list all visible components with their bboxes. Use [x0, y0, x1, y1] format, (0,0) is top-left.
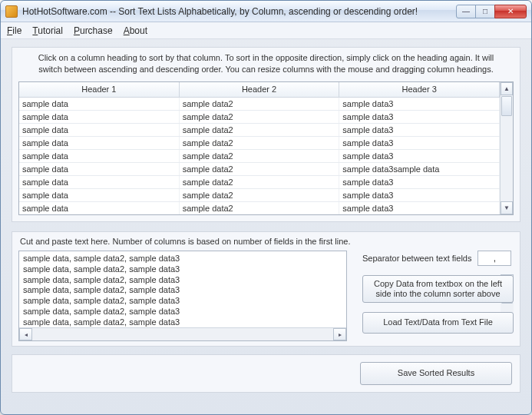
menu-purchase[interactable]: Purchase: [74, 25, 113, 36]
paste-instructions: Cut and paste text here. Number of colum…: [20, 237, 350, 246]
input-panel: Cut and paste text here. Number of colum…: [12, 231, 520, 347]
paste-textbox-content[interactable]: sample data, sample data2, sample data3s…: [19, 251, 346, 327]
load-text-file-button[interactable]: Load Text/Data from Text File: [362, 312, 514, 334]
menu-file[interactable]: File: [7, 25, 21, 36]
table-cell: sample data2: [180, 202, 340, 214]
table-cell: sample data3sample data: [339, 163, 500, 175]
column-header[interactable]: Header 2: [180, 82, 340, 98]
table-cell: sample data: [19, 202, 180, 214]
sorter-panel: Click on a column heading to sort by tha…: [12, 47, 520, 222]
table-cell: sample data: [19, 176, 180, 188]
grid-vertical-scrollbar[interactable]: ▲ ▼: [500, 82, 513, 214]
table-row[interactable]: sample datasample data2sample data3: [19, 150, 500, 163]
instructions-text: Click on a column heading to sort by tha…: [12, 48, 520, 81]
table-cell: sample data: [19, 189, 180, 201]
menubar: File Tutorial Purchase About: [1, 22, 531, 39]
table-cell: sample data2: [180, 189, 340, 201]
table-cell: sample data2: [180, 150, 340, 162]
separator-input[interactable]: ,: [477, 251, 511, 266]
table-cell: sample data: [19, 150, 180, 162]
titlebar[interactable]: HotHotSoftware.com -- Sort Text Lists Al…: [1, 1, 531, 22]
paste-textbox[interactable]: sample data, sample data2, sample data3s…: [18, 251, 347, 341]
table-cell: sample data2: [180, 163, 340, 175]
table-row[interactable]: sample datasample data2sample data3: [19, 124, 500, 137]
scroll-left-icon[interactable]: ◂: [19, 328, 32, 340]
table-cell: sample data3: [339, 189, 500, 201]
table-cell: sample data: [19, 111, 180, 123]
copy-data-button[interactable]: Copy Data from textbox on the left side …: [362, 275, 514, 303]
separator-label: Separator between text fields: [362, 254, 471, 263]
table-cell: sample data2: [180, 98, 340, 110]
app-icon: [5, 5, 18, 18]
table-cell: sample data3: [339, 98, 500, 110]
table-cell: sample data3: [339, 176, 500, 188]
scroll-down-icon[interactable]: ▼: [501, 201, 513, 214]
table-cell: sample data3: [339, 202, 500, 214]
table-cell: sample data2: [180, 176, 340, 188]
window-controls: — □ ✕: [457, 5, 527, 18]
textbox-horizontal-scrollbar[interactable]: ◂ ▸: [19, 327, 346, 340]
table-row[interactable]: sample datasample data2sample data3: [19, 189, 500, 202]
scroll-thumb[interactable]: [501, 96, 512, 116]
close-button[interactable]: ✕: [494, 5, 527, 18]
maximize-button[interactable]: □: [475, 5, 495, 18]
scroll-right-icon[interactable]: ▸: [333, 328, 346, 340]
column-header[interactable]: Header 1: [19, 82, 180, 98]
table-cell: sample data3: [339, 111, 500, 123]
table-cell: sample data2: [180, 137, 340, 149]
menu-about[interactable]: About: [124, 25, 147, 36]
save-results-button[interactable]: Save Sorted Results: [360, 362, 512, 385]
minimize-button[interactable]: —: [456, 5, 476, 18]
table-cell: sample data2: [180, 111, 340, 123]
table-cell: sample data: [19, 137, 180, 149]
table-row[interactable]: sample datasample data2sample data3: [19, 98, 500, 111]
table-cell: sample data: [19, 98, 180, 110]
data-grid: Header 1Header 2Header 3 sample datasamp…: [18, 81, 514, 215]
table-cell: sample data3: [339, 124, 500, 136]
menu-tutorial[interactable]: Tutorial: [32, 25, 63, 36]
save-panel: Save Sorted Results: [12, 354, 520, 393]
column-header[interactable]: Header 3: [339, 82, 500, 98]
app-window: HotHotSoftware.com -- Sort Text Lists Al…: [0, 0, 532, 415]
table-row[interactable]: sample datasample data2sample data3sampl…: [19, 163, 500, 176]
table-cell: sample data2: [180, 124, 340, 136]
side-controls: Separator between text fields , Copy Dat…: [362, 251, 514, 340]
table-cell: sample data3: [339, 150, 500, 162]
scroll-up-icon[interactable]: ▲: [501, 82, 513, 95]
table-cell: sample data: [19, 163, 180, 175]
table-cell: sample data: [19, 124, 180, 136]
table-row[interactable]: sample datasample data2sample data3: [19, 137, 500, 150]
table-row[interactable]: sample datasample data2sample data3: [19, 202, 500, 214]
table-row[interactable]: sample datasample data2sample data3: [19, 176, 500, 189]
window-title: HotHotSoftware.com -- Sort Text Lists Al…: [22, 6, 457, 17]
table-cell: sample data3: [339, 137, 500, 149]
table-row[interactable]: sample datasample data2sample data3: [19, 111, 500, 124]
